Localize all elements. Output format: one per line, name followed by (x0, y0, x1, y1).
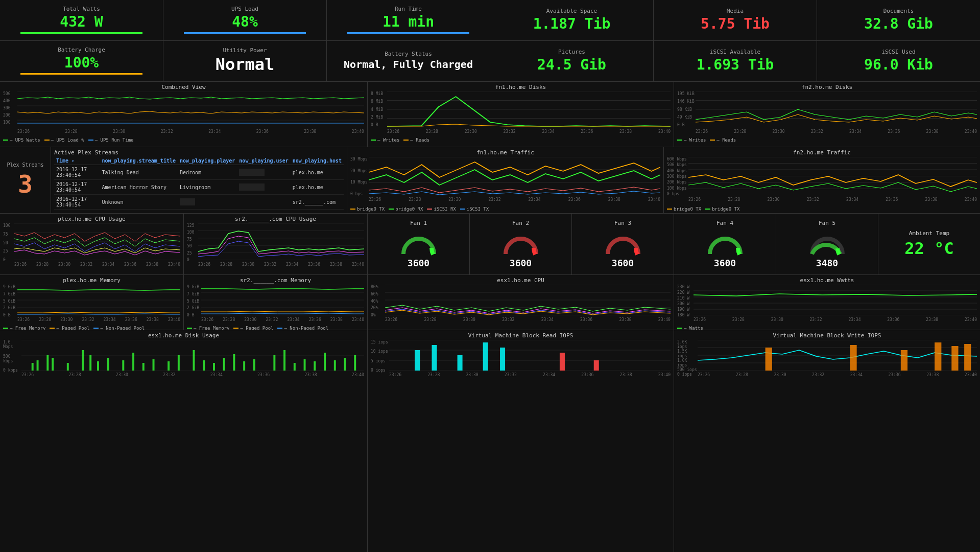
plex-table-cell: Active Plex Streams Time ▾ now_playing.s… (51, 147, 347, 213)
stat-available-space: Available Space 1.187 Tib (490, 0, 654, 40)
combined-view-cell: Combined View 500 400 300 200 100 (0, 82, 368, 147)
fan5-cell: Fan 5 3480 (776, 214, 878, 274)
plex-cpu-chart (14, 223, 180, 260)
svg-rect-65 (52, 358, 54, 371)
fan1-gauge (398, 228, 439, 257)
underline-green (20, 32, 142, 34)
underline-blue-2 (347, 32, 469, 34)
svg-rect-113 (951, 346, 958, 371)
fn1-traffic-chart (369, 157, 660, 195)
fn2-traffic-chart (688, 157, 977, 195)
svg-rect-68 (89, 355, 91, 371)
stat-utility-power: Utility Power Normal (163, 41, 327, 81)
svg-rect-76 (178, 355, 180, 371)
esx1-watts-chart (694, 285, 977, 315)
fn2-disks-cell: fn2.ho.me Disks 195 KiB 146 KiB 98 KiB 4… (674, 82, 980, 147)
svg-rect-102 (560, 353, 565, 371)
svg-rect-63 (37, 360, 39, 371)
stat-iscsi-available: iSCSI Available 1.693 Tib (654, 41, 817, 81)
stat-total-watts: Total Watts 432 W (0, 0, 163, 40)
memory-esx-row: plex.ho.me Memory 9 GiB 7 GiB 5 GiB 2 Gi… (0, 275, 980, 330)
svg-rect-79 (213, 363, 215, 371)
plex-memory-chart (17, 285, 180, 315)
svg-rect-91 (344, 358, 346, 371)
svg-rect-100 (483, 342, 488, 371)
svg-rect-98 (432, 345, 437, 371)
svg-rect-80 (223, 358, 225, 371)
stats-row-1: Total Watts 432 W UPS Load 48% Run Time … (0, 0, 980, 41)
fan2-gauge (500, 228, 541, 257)
stat-ups-load: UPS Load 48% (163, 0, 327, 40)
fan3-gauge (603, 228, 643, 257)
vm-write-iops-cell: Virtual Machine Block Write IOPS 2.0K io… (674, 330, 980, 552)
svg-rect-103 (594, 360, 599, 371)
svg-rect-114 (964, 344, 971, 371)
fn1-disks-cell: fn1.ho.me Disks 8 MiB 6 MiB 4 MiB 2 MiB … (368, 82, 674, 147)
plex-memory-legend: — Free Memory — Paged Pool — Non-Paged P… (3, 326, 180, 330)
plex-row-3: 2016-12-17 23:40:54 Unknown sr2.______.c… (54, 195, 344, 210)
plex-cpu-cell: plex.ho.me CPU Usage 100 75 50 25 0 (0, 214, 184, 274)
plex-traffic-row: Plex Streams 3 Active Plex Streams Time … (0, 147, 980, 214)
svg-rect-110 (850, 345, 856, 371)
sr2-memory-chart (201, 285, 364, 315)
svg-rect-84 (273, 355, 275, 371)
svg-rect-69 (97, 361, 99, 371)
svg-rect-87 (304, 359, 306, 371)
svg-rect-101 (500, 348, 505, 371)
svg-rect-67 (82, 350, 84, 371)
svg-rect-97 (415, 350, 420, 371)
plex-table: Time ▾ now_playing.stream_title now_play… (54, 157, 344, 210)
svg-rect-86 (294, 363, 296, 371)
esx1-disk-chart (21, 340, 364, 371)
stat-battery-charge: Battery Charge 100% (0, 41, 163, 81)
fan1-cell: Fan 1 3600 (368, 214, 470, 274)
stat-battery-status: Battery Status Normal, Fully Charged (327, 41, 490, 81)
svg-rect-85 (283, 350, 285, 371)
fn1-disks-legend: — Writes — Reads (371, 137, 671, 143)
stat-documents: Documents 32.8 Gib (817, 0, 980, 40)
stat-run-time: Run Time 11 min (327, 0, 490, 40)
sr2-cpu-cell: sr2.______.com CPU Usage 125 100 75 50 2… (184, 214, 368, 274)
stats-row-2: Battery Charge 100% Utility Power Normal… (0, 41, 980, 82)
fn1-traffic-legend: bridge0 TX bridge0 RX iSCSI RX iSCSI TX (350, 206, 660, 212)
svg-rect-62 (32, 363, 34, 371)
fan4-cell: Fan 4 3600 (674, 214, 776, 274)
sr2-memory-legend: — Free Memory — Paged Pool — Non-Paged P… (187, 326, 364, 330)
svg-rect-74 (153, 359, 155, 371)
esx1-disk-cell: esx1.ho.me Disk Usage 1.0 Mbps 500 kbps … (0, 330, 368, 552)
ambient-temp-cell: Ambient Temp 22 °C (878, 214, 980, 274)
svg-rect-88 (314, 361, 316, 371)
esx1-watts-legend: — Watts (677, 326, 977, 330)
fn2-disks-legend: — Writes — Reads (677, 137, 977, 143)
svg-rect-112 (935, 342, 941, 371)
svg-rect-92 (354, 355, 356, 371)
svg-rect-64 (46, 355, 49, 371)
fn2-traffic-cell: fn2.ho.me Traffic 600 kbps 500 kbps 400 … (664, 147, 980, 213)
fan4-gauge (705, 228, 746, 257)
chart-row-1: Combined View 500 400 300 200 100 (0, 82, 980, 147)
svg-rect-111 (901, 350, 907, 371)
svg-rect-89 (324, 353, 326, 371)
cpu-fans-row: plex.ho.me CPU Usage 100 75 50 25 0 (0, 214, 980, 275)
svg-rect-78 (203, 360, 205, 371)
fn1-traffic-cell: fn1.ho.me Traffic 30 Mbps 20 Mbps 10 Mbp… (347, 147, 664, 213)
underline-orange (20, 73, 142, 75)
vm-read-iops-chart (389, 340, 671, 371)
fan3-cell: Fan 3 3600 (572, 214, 674, 274)
svg-rect-83 (253, 359, 255, 371)
svg-rect-66 (67, 363, 69, 371)
stat-iscsi-used: iSCSI Used 96.0 Kib (817, 41, 980, 81)
svg-rect-75 (168, 361, 170, 371)
combined-view-legend: — UPS Watts — UPS Load % — UPS Run Time (3, 137, 364, 143)
fn2-traffic-legend: bridge0 TX bridge0 TX (667, 206, 977, 212)
vm-read-iops-cell: Virtual Machine Block Read IOPS 15 iops … (368, 330, 674, 552)
combined-view-chart (17, 91, 364, 127)
sr2-cpu-chart (198, 223, 364, 260)
svg-rect-70 (107, 358, 109, 371)
svg-rect-73 (142, 363, 145, 371)
svg-rect-109 (766, 348, 772, 371)
svg-rect-71 (122, 360, 124, 371)
fan5-gauge (807, 228, 848, 257)
svg-rect-99 (458, 355, 463, 371)
plex-row-2: 2016-12-17 23:40:54 American Horror Stor… (54, 180, 344, 195)
